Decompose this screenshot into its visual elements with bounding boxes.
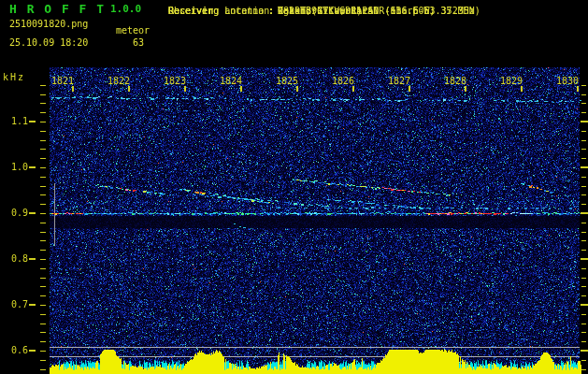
x-tick-label: 1824 <box>218 76 244 86</box>
y-tick-label: 1.1 <box>4 116 28 126</box>
station-row-separator: : <box>268 5 278 18</box>
x-tick-label: 1821 <box>50 76 76 86</box>
mode-label: meteor <box>116 25 150 36</box>
y-tick-label: 0.6 <box>4 345 28 355</box>
app-title: H R O F F T <box>9 2 106 16</box>
x-tick-label: 1828 <box>442 76 468 86</box>
x-tick-label: 1829 <box>498 76 524 86</box>
station-row-value: 2el-HB9CV Vertical (el. E-W) <box>278 6 436 16</box>
y-tick-label: 0.7 <box>4 299 28 309</box>
spectrogram-canvas <box>0 0 588 374</box>
output-filename: 2510091820.png <box>9 19 88 29</box>
echo-count: 63 <box>133 37 144 48</box>
x-tick-label: 1830 <box>554 76 581 86</box>
x-tick-label: 1822 <box>106 76 132 86</box>
app-version: 1.0.0 <box>110 3 141 15</box>
y-tick-label: 0.9 <box>4 208 28 218</box>
y-tick-label: 1.0 <box>4 162 28 172</box>
x-tick-label: 1825 <box>274 76 300 86</box>
y-axis-unit: kHz <box>3 72 25 82</box>
x-tick-label: 1823 <box>162 76 188 86</box>
datetime-label: 25.10.09 18:20 <box>9 37 88 48</box>
station-row-label: Receiving antenna <box>168 5 268 18</box>
hrofft-window: H R O F F T 1.0.0 2510091820.png meteor … <box>0 0 588 374</box>
station-row: Receiving antenna:2el-HB9CV Vertical (el… <box>168 5 436 18</box>
x-tick-label: 1827 <box>386 76 412 86</box>
y-tick-label: 0.8 <box>4 253 28 264</box>
x-tick-label: 1826 <box>330 76 356 86</box>
